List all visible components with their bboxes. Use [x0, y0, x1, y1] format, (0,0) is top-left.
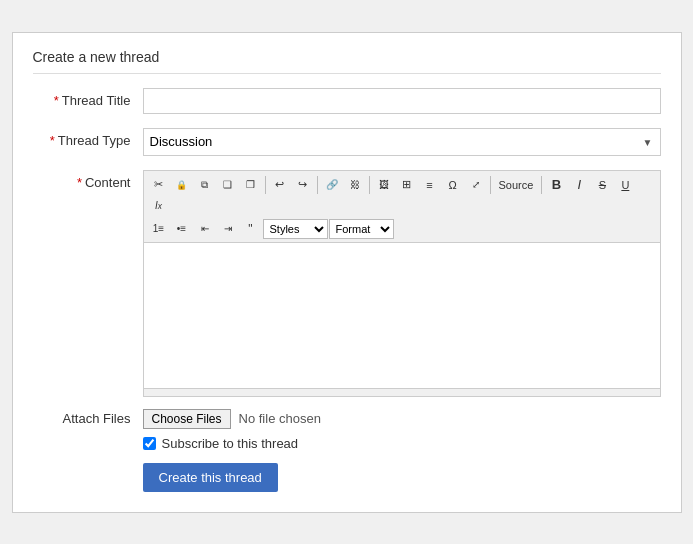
link-button[interactable]: 🔗	[321, 175, 343, 195]
thread-type-field: Discussion Question Announcement ▼	[143, 128, 661, 156]
thread-title-row: *Thread Title	[33, 88, 661, 114]
content-editor[interactable]	[144, 243, 660, 388]
list-button[interactable]: ≡	[419, 175, 441, 195]
choose-files-button[interactable]: Choose Files	[143, 409, 231, 429]
strikethrough-button[interactable]: S	[591, 175, 613, 195]
separator-3	[369, 176, 370, 194]
required-star: *	[54, 93, 59, 108]
unlink-button[interactable]: ⛓	[344, 175, 366, 195]
redo-button[interactable]: ↪	[292, 175, 314, 195]
separator-4	[490, 176, 491, 194]
form-container: Create a new thread *Thread Title *Threa…	[12, 32, 682, 513]
bold-button[interactable]: B	[545, 175, 567, 195]
separator-1	[265, 176, 266, 194]
paste-special-button[interactable]: ❒	[240, 175, 262, 195]
choose-files-label[interactable]: Choose Files	[143, 411, 231, 426]
copy-button[interactable]: ⧉	[194, 175, 216, 195]
subscribe-checkbox[interactable]	[143, 437, 156, 450]
toolbar-row-1: ✂ 🔒 ⧉ ❑ ❒ ↩ ↪ 🔗 ⛓ 🖼 ⊞ ≡	[148, 175, 656, 216]
editor-resize-bar[interactable]	[144, 388, 660, 396]
content-label: *Content	[33, 170, 143, 190]
subscribe-row: Subscribe to this thread	[143, 436, 661, 451]
cut-button[interactable]: ✂	[148, 175, 170, 195]
italic-button[interactable]: I	[568, 175, 590, 195]
attach-files-label: Attach Files	[33, 411, 143, 426]
required-star-2: *	[50, 133, 55, 148]
fullscreen-button[interactable]: ⤢	[465, 175, 487, 195]
source-button[interactable]: Source	[494, 175, 539, 195]
editor-toolbar: ✂ 🔒 ⧉ ❑ ❒ ↩ ↪ 🔗 ⛓ 🖼 ⊞ ≡	[144, 171, 660, 243]
special-char-button[interactable]: Ω	[442, 175, 464, 195]
page-title: Create a new thread	[33, 49, 661, 74]
create-thread-button[interactable]: Create this thread	[143, 463, 278, 492]
blockquote-button[interactable]: "	[240, 219, 262, 239]
thread-type-select[interactable]: Discussion Question Announcement	[143, 128, 661, 156]
thread-title-field	[143, 88, 661, 114]
thread-type-select-wrapper: Discussion Question Announcement ▼	[143, 128, 661, 156]
indent-left-button[interactable]: ⇤	[194, 219, 216, 239]
underline-button[interactable]: U	[614, 175, 636, 195]
editor-container: ✂ 🔒 ⧉ ❑ ❒ ↩ ↪ 🔗 ⛓ 🖼 ⊞ ≡	[143, 170, 661, 397]
thread-title-input[interactable]	[143, 88, 661, 114]
separator-2	[317, 176, 318, 194]
toolbar-row-2: 1≡ •≡ ⇤ ⇥ " Styles Format	[148, 219, 656, 239]
indent-right-button[interactable]: ⇥	[217, 219, 239, 239]
format-select[interactable]: Format	[329, 219, 394, 239]
attach-files-row: Attach Files Choose Files No file chosen	[33, 411, 661, 426]
styles-select[interactable]: Styles	[263, 219, 328, 239]
table-button[interactable]: ⊞	[396, 175, 418, 195]
editor-wrapper: ✂ 🔒 ⧉ ❑ ❒ ↩ ↪ 🔗 ⛓ 🖼 ⊞ ≡	[143, 170, 661, 397]
paste-button[interactable]: ❑	[217, 175, 239, 195]
thread-type-label: *Thread Type	[33, 128, 143, 148]
undo-button[interactable]: ↩	[269, 175, 291, 195]
image-button[interactable]: 🖼	[373, 175, 395, 195]
clear-format-button[interactable]: Ix	[148, 196, 170, 216]
subscribe-label[interactable]: Subscribe to this thread	[162, 436, 299, 451]
unordered-list-button[interactable]: •≡	[171, 219, 193, 239]
no-file-text: No file chosen	[239, 411, 321, 426]
thread-type-row: *Thread Type Discussion Question Announc…	[33, 128, 661, 156]
copy-lock-button[interactable]: 🔒	[171, 175, 193, 195]
thread-title-label: *Thread Title	[33, 88, 143, 108]
file-input-wrapper: Choose Files No file chosen	[143, 411, 321, 426]
separator-5	[541, 176, 542, 194]
ordered-list-button[interactable]: 1≡	[148, 219, 170, 239]
submit-row: Create this thread	[143, 463, 661, 492]
required-star-3: *	[77, 175, 82, 190]
content-row: *Content ✂ 🔒 ⧉ ❑ ❒ ↩ ↪ 🔗	[33, 170, 661, 397]
